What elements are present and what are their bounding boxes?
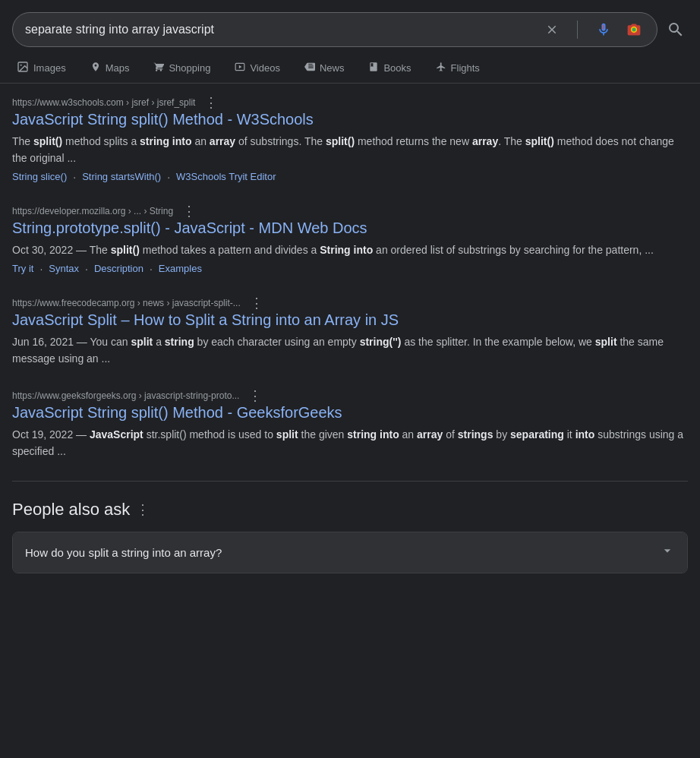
tab-videos[interactable]: Videos bbox=[224, 54, 291, 82]
paa-header: People also ask ⋮ bbox=[12, 500, 688, 520]
maps-icon bbox=[90, 62, 101, 74]
svg-point-0 bbox=[632, 28, 636, 32]
result-links: String slice() · String startsWith() · W… bbox=[12, 171, 688, 183]
videos-icon bbox=[235, 62, 245, 74]
result-snippet: Oct 30, 2022 — The split() method takes … bbox=[12, 242, 688, 258]
voice-search-button[interactable] bbox=[593, 19, 614, 40]
search-button[interactable] bbox=[664, 17, 688, 42]
search-results: https://www.w3schools.com › jsref › jsre… bbox=[0, 84, 700, 573]
result-url: https://developer.mozilla.org › ... › St… bbox=[12, 206, 173, 216]
result-snippet: Jun 16, 2021 — You can split a string by… bbox=[12, 333, 688, 367]
image-search-button[interactable] bbox=[623, 19, 645, 40]
tab-flights-label: Flights bbox=[451, 62, 480, 74]
result-item: https://www.geeksforgeeks.org › javascri… bbox=[12, 389, 688, 460]
result-sublink[interactable]: Description bbox=[94, 263, 143, 275]
paa-chevron-icon bbox=[660, 543, 675, 562]
clear-search-button[interactable] bbox=[542, 20, 562, 39]
news-icon bbox=[304, 62, 315, 74]
result-sublink[interactable]: String slice() bbox=[12, 171, 67, 183]
shopping-icon bbox=[153, 62, 164, 74]
paa-more-button[interactable]: ⋮ bbox=[136, 501, 150, 518]
result-link-sep: · bbox=[167, 171, 170, 183]
result-snippet: The split() method splits a string into … bbox=[12, 133, 688, 166]
search-bar-container: separate string into array javascript bbox=[0, 0, 700, 47]
paa-question-row[interactable]: How do you split a string into an array? bbox=[13, 532, 687, 573]
tab-books[interactable]: Books bbox=[358, 54, 421, 82]
search-bar: separate string into array javascript bbox=[12, 12, 657, 47]
result-sublink[interactable]: Try it bbox=[12, 263, 33, 275]
result-item: https://www.w3schools.com › jsref › jsre… bbox=[12, 96, 688, 183]
search-tabs: Images Maps Shopping Videos News Books bbox=[0, 47, 700, 84]
result-more-button[interactable]: ⋮ bbox=[245, 389, 265, 403]
tab-videos-label: Videos bbox=[250, 62, 280, 74]
result-link-sep: · bbox=[39, 263, 43, 275]
tab-news-label: News bbox=[320, 62, 345, 74]
result-url: https://www.w3schools.com › jsref › jsre… bbox=[12, 97, 195, 108]
result-snippet: Oct 19, 2022 — JavaScript str.split() me… bbox=[12, 426, 688, 460]
books-icon bbox=[368, 62, 379, 74]
flights-icon bbox=[436, 62, 446, 74]
result-title-link[interactable]: String.prototype.split() - JavaScript - … bbox=[12, 220, 688, 237]
result-sublink[interactable]: Syntax bbox=[49, 263, 79, 275]
result-item: https://www.freecodecamp.org › news › ja… bbox=[12, 296, 688, 367]
paa-item: How do you split a string into an array? bbox=[12, 532, 688, 573]
result-url-row: https://www.geeksforgeeks.org › javascri… bbox=[12, 389, 688, 403]
result-title-link[interactable]: JavaScript String split() Method - Geeks… bbox=[12, 404, 688, 422]
result-link-sep: · bbox=[85, 263, 88, 275]
people-also-ask-section: People also ask ⋮ How do you split a str… bbox=[12, 481, 688, 573]
result-url-row: https://www.w3schools.com › jsref › jsre… bbox=[12, 96, 688, 109]
tab-maps[interactable]: Maps bbox=[80, 54, 140, 82]
result-url: https://www.freecodecamp.org › news › ja… bbox=[12, 298, 241, 308]
tab-images-label: Images bbox=[33, 62, 66, 74]
result-sublink[interactable]: String startsWith() bbox=[82, 171, 161, 183]
tab-flights[interactable]: Flights bbox=[425, 54, 490, 82]
result-url: https://www.geeksforgeeks.org › javascri… bbox=[12, 390, 239, 401]
result-title-link[interactable]: JavaScript Split – How to Split a String… bbox=[12, 311, 688, 329]
result-url-row: https://developer.mozilla.org › ... › St… bbox=[12, 204, 688, 218]
search-bar-divider bbox=[577, 21, 578, 39]
paa-title: People also ask bbox=[12, 500, 130, 520]
result-title-link[interactable]: JavaScript String split() Method - W3Sch… bbox=[12, 111, 688, 128]
search-query-text: separate string into array javascript bbox=[25, 23, 542, 36]
result-url-row: https://www.freecodecamp.org › news › ja… bbox=[12, 296, 688, 310]
result-link-sep: · bbox=[150, 263, 153, 275]
result-sublink[interactable]: Examples bbox=[159, 263, 202, 275]
search-bar-icons bbox=[542, 19, 645, 40]
result-item: https://developer.mozilla.org › ... › St… bbox=[12, 204, 688, 275]
tab-shopping[interactable]: Shopping bbox=[143, 54, 221, 82]
tab-maps-label: Maps bbox=[106, 62, 130, 74]
result-link-sep: · bbox=[73, 171, 76, 183]
result-links: Try it · Syntax · Description · Examples bbox=[12, 263, 688, 275]
tab-news[interactable]: News bbox=[294, 54, 355, 82]
paa-question-text: How do you split a string into an array? bbox=[25, 546, 222, 559]
svg-marker-4 bbox=[239, 65, 242, 69]
result-more-button[interactable]: ⋮ bbox=[247, 296, 266, 310]
tab-shopping-label: Shopping bbox=[169, 62, 210, 74]
tab-books-label: Books bbox=[383, 62, 411, 74]
svg-point-2 bbox=[20, 65, 22, 66]
tab-images[interactable]: Images bbox=[6, 53, 77, 83]
result-more-button[interactable]: ⋮ bbox=[201, 96, 221, 109]
result-more-button[interactable]: ⋮ bbox=[179, 204, 199, 218]
images-icon bbox=[17, 61, 29, 75]
result-sublink[interactable]: W3Schools Tryit Editor bbox=[176, 171, 276, 183]
